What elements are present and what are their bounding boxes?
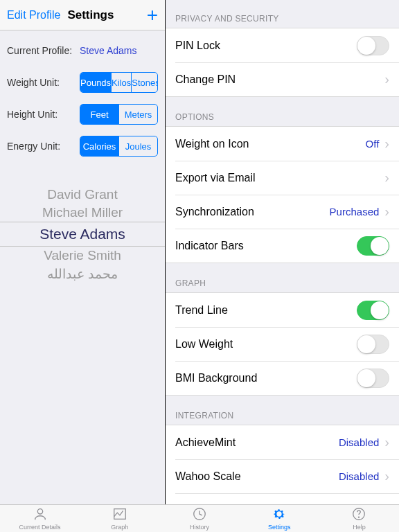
toggle-switch[interactable] — [357, 236, 389, 256]
current-profile-label: Current Profile: — [7, 45, 80, 56]
segment-option[interactable]: Feet — [80, 105, 119, 124]
cell-value: Disabled — [339, 470, 379, 482]
settings-form: Current Profile: Steve Adams Weight Unit… — [0, 30, 165, 172]
profile-picker-row[interactable]: David Grant — [0, 186, 165, 204]
cell-label: Export via Email — [175, 172, 384, 184]
cell-value: Disabled — [339, 436, 379, 448]
chevron-right-icon: › — [384, 468, 389, 484]
segment-option[interactable]: Stones — [132, 73, 158, 92]
chevron-right-icon: › — [384, 71, 389, 87]
cell-label: PIN Lock — [175, 39, 357, 52]
cell-label: Change PIN — [175, 73, 384, 86]
settings-cell[interactable]: Withings ScaleDisabled› — [166, 493, 399, 504]
edit-profile-button[interactable]: Edit Profile — [7, 9, 60, 21]
chevron-right-icon: › — [384, 434, 389, 450]
svg-point-4 — [359, 517, 360, 517]
settings-cell[interactable]: Trend Line — [166, 293, 399, 327]
cell-label: Synchronization — [175, 206, 330, 218]
energy-unit-segment[interactable]: CaloriesJoules — [80, 136, 158, 157]
svg-point-0 — [37, 509, 42, 514]
gear-icon — [272, 506, 287, 523]
profile-picker-row[interactable]: Steve Adams — [0, 222, 165, 247]
cell-value: Purchased — [330, 206, 380, 218]
person-icon — [33, 506, 48, 523]
tab-label: Graph — [111, 524, 128, 531]
cell-label: Indicator Bars — [175, 240, 357, 252]
weight-unit-label: Weight Unit: — [7, 77, 80, 88]
cell-label: AchieveMint — [175, 436, 339, 449]
profile-picker-row[interactable]: Michael Miller — [0, 204, 165, 222]
cell-label: Low Weight — [175, 338, 357, 351]
profile-picker-row[interactable]: Valerie Smith — [0, 247, 165, 265]
section-header: PRIVACY AND SECURITY — [166, 0, 399, 28]
section-header: GRAPH — [166, 263, 399, 292]
chevron-right-icon: › — [384, 170, 389, 186]
toggle-switch[interactable] — [357, 301, 389, 320]
cell-value: Off — [366, 138, 380, 150]
weight-unit-segment[interactable]: PoundsKilosStones — [80, 72, 158, 93]
current-profile-value: Steve Adams — [80, 45, 137, 56]
tab-bar: Current DetailsGraphHistorySettingsHelp — [0, 504, 399, 532]
left-navbar: Edit Profile Settings + — [0, 0, 165, 30]
tab-label: Settings — [268, 524, 291, 531]
left-title: Settings — [67, 8, 114, 22]
toggle-switch[interactable] — [357, 335, 389, 354]
settings-cell[interactable]: Change PIN› — [166, 62, 399, 96]
tab-history[interactable]: History — [159, 505, 239, 532]
tab-settings[interactable]: Settings — [240, 505, 319, 532]
tab-label: Help — [353, 524, 366, 531]
tab-current-details[interactable]: Current Details — [0, 505, 80, 532]
toggle-switch[interactable] — [357, 369, 389, 388]
section-header: OPTIONS — [166, 97, 399, 126]
toggle-switch[interactable] — [357, 36, 389, 55]
right-pane: PRIVACY AND SECURITYPIN LockChange PIN›O… — [166, 0, 399, 504]
height-unit-segment[interactable]: FeetMeters — [80, 104, 158, 125]
settings-cell[interactable]: Weight on IconOff› — [166, 127, 399, 161]
settings-cell[interactable]: BMI Background — [166, 361, 399, 395]
settings-cell[interactable]: PIN Lock — [166, 28, 399, 62]
settings-cell[interactable]: Low Weight — [166, 327, 399, 361]
energy-unit-label: Energy Unit: — [7, 141, 80, 152]
add-button[interactable]: + — [147, 6, 158, 25]
section-header: INTEGRATION — [166, 396, 399, 425]
chevron-right-icon: › — [384, 204, 389, 220]
cell-label: BMI Background — [175, 372, 357, 384]
help-icon — [351, 506, 366, 523]
clock-icon — [192, 506, 207, 523]
settings-cell[interactable]: Export via Email› — [166, 161, 399, 195]
chevron-right-icon: › — [384, 136, 389, 152]
cell-label: Trend Line — [175, 304, 357, 317]
profile-picker[interactable]: David GrantMichael MillerSteve AdamsVale… — [0, 186, 165, 283]
profile-picker-row[interactable]: محمد عبدالله — [0, 265, 165, 283]
cell-label: Wahoo Scale — [175, 470, 339, 483]
settings-cell[interactable]: SynchronizationPurchased› — [166, 195, 399, 229]
graph-icon — [112, 506, 127, 523]
tab-label: Current Details — [19, 524, 61, 531]
tab-label: History — [190, 524, 209, 531]
segment-option[interactable]: Pounds — [80, 73, 112, 92]
cell-label: Weight on Icon — [175, 138, 366, 150]
settings-cell[interactable]: Wahoo ScaleDisabled› — [166, 459, 399, 493]
segment-option[interactable]: Calories — [80, 136, 119, 156]
left-pane: Edit Profile Settings + Current Profile:… — [0, 0, 166, 504]
segment-option[interactable]: Joules — [119, 136, 157, 156]
tab-help[interactable]: Help — [319, 505, 399, 532]
tab-graph[interactable]: Graph — [80, 505, 159, 532]
height-unit-label: Height Unit: — [7, 109, 80, 120]
segment-option[interactable]: Meters — [119, 105, 157, 124]
segment-option[interactable]: Kilos — [112, 73, 132, 92]
settings-cell[interactable]: Indicator Bars — [166, 229, 399, 263]
settings-cell[interactable]: AchieveMintDisabled› — [166, 425, 399, 459]
